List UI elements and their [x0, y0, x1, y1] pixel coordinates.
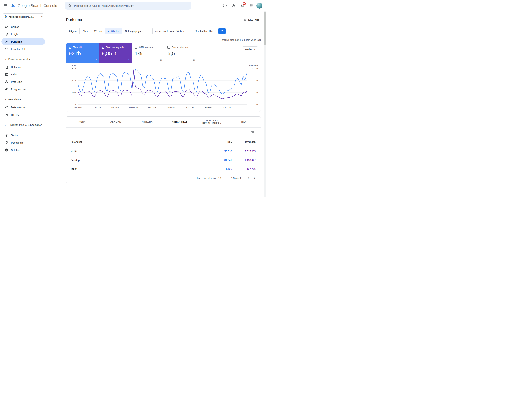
granularity-select[interactable]: Harian ▾: [243, 47, 258, 52]
sidebar-item-sekilas[interactable]: Sekilas: [1, 23, 45, 30]
help-button[interactable]: ?: [221, 2, 228, 9]
magnifier-icon: [5, 47, 8, 51]
sidebar-item-halaman[interactable]: Halaman: [1, 63, 45, 71]
sidebar-item-video[interactable]: Video: [1, 71, 45, 78]
help-icon[interactable]: ?: [160, 58, 163, 61]
date-range-control: 24 jam 7 hari 28 hari ✓ 3 bulan Selengka…: [66, 28, 146, 34]
scrollbar-track[interactable]: [264, 11, 266, 197]
sidebar-item-setelan[interactable]: Setelan: [1, 146, 45, 154]
divider: [3, 119, 47, 120]
download-icon: [243, 18, 246, 21]
property-name: https://dpk.kepriprov.g...: [9, 16, 40, 18]
sidebar-section-pengalaman[interactable]: ▾ Pengalaman: [0, 95, 47, 104]
range-24-jam[interactable]: 24 jam: [66, 28, 79, 34]
sidebar-item-performa[interactable]: Performa: [1, 38, 45, 45]
metric-label: Total klik: [73, 46, 82, 48]
sidebar-item-inspeksi-url[interactable]: Inspeksi URL: [1, 45, 45, 52]
tab-perangkat[interactable]: PERANGKAT: [163, 117, 196, 127]
table-row[interactable]: Tablet 1.136 137.766: [66, 165, 261, 173]
checkbox-checked-icon[interactable]: ✓: [69, 46, 71, 48]
tab-halaman[interactable]: HALAMAN: [99, 117, 131, 127]
chart-plot[interactable]: 07/01/2617/01/2627/01/2606/02/2616/02/26…: [78, 69, 247, 104]
tab-kueri[interactable]: KUERI: [66, 117, 99, 127]
left-axis-title: Klik: [72, 64, 76, 67]
range-selengkapnya[interactable]: Selengkapnya ▾: [122, 28, 146, 34]
clicks-cell[interactable]: 1.136: [176, 167, 232, 170]
help-icon[interactable]: ?: [95, 58, 97, 61]
range-3-bulan[interactable]: ✓ 3 bulan: [105, 28, 122, 34]
rows-per-page-value: 10: [218, 177, 221, 179]
impressions-cell[interactable]: 7.515.605: [232, 150, 256, 153]
sidebar-item-tautan[interactable]: Tautan: [1, 132, 45, 139]
question-glyph: ?: [128, 59, 129, 61]
url-inspect-searchbox[interactable]: [65, 2, 191, 10]
sidebar-item-peta-situs[interactable]: Peta Situs: [1, 78, 45, 85]
tab-tampilan-penelusuran[interactable]: TAMPILAN PENELUSURAN: [196, 117, 228, 127]
tab-hari[interactable]: HARI: [228, 117, 261, 127]
trending-up-icon: [5, 40, 8, 43]
filter-toggle-button[interactable]: [218, 28, 226, 34]
device-cell: Desktop: [70, 159, 176, 161]
sidebar-item-https[interactable]: HTTPS: [1, 111, 45, 118]
help-icon[interactable]: ?: [128, 58, 130, 61]
sidebar-section-tindakan-manual[interactable]: ▸ Tindakan Manual & Keamanan: [0, 121, 47, 129]
search-type-filter[interactable]: Jenis penelusuran: Web ▾: [152, 28, 187, 34]
sidebar-item-pencapaian[interactable]: Pencapaian: [1, 139, 45, 146]
checkbox-unchecked-icon[interactable]: [135, 46, 137, 48]
gauge-icon: [5, 106, 8, 109]
add-filter-button[interactable]: + Tambahkan filter: [189, 28, 216, 34]
sidebar-item-label: Tautan: [11, 134, 18, 137]
checkbox-checked-icon[interactable]: ✓: [102, 46, 104, 48]
column-header-perangkat[interactable]: Perangkat: [70, 140, 176, 143]
axis-tick-label: 300 rb: [247, 67, 258, 70]
metrics-spacer: [198, 43, 243, 63]
clicks-cell[interactable]: 31.341: [176, 159, 232, 161]
filter-list-icon: [251, 130, 255, 134]
range-28-hari[interactable]: 28 hari: [91, 28, 105, 34]
column-label: Klik: [228, 141, 232, 143]
app-logo[interactable]: Google Search Console: [11, 3, 57, 8]
range-label: 7 hari: [82, 30, 89, 32]
table-row[interactable]: Mobile 59.510 7.515.605: [66, 147, 261, 156]
scrollbar-thumb[interactable]: [264, 12, 266, 45]
range-7-hari[interactable]: 7 hari: [79, 28, 91, 34]
pagination-range: 1-3 dari 3: [231, 177, 241, 179]
search-icon: [68, 4, 72, 7]
checkbox-unchecked-icon[interactable]: [167, 46, 170, 48]
metric-card-posisi[interactable]: Posisi rata-rata 5,5 ?: [165, 43, 198, 63]
impressions-cell[interactable]: 137.766: [232, 167, 256, 170]
link-icon: [5, 134, 8, 137]
metric-card-ctr[interactable]: CTR rata-rata 1% ?: [132, 43, 165, 63]
metric-value: 92 rb: [69, 50, 97, 57]
sidebar-section-penyusunan-indeks[interactable]: ▾ Penyusunan indeks: [0, 55, 47, 63]
metric-card-total-klik[interactable]: ✓ Total klik 92 rb ?: [66, 43, 99, 63]
tab-negara[interactable]: NEGARA: [131, 117, 163, 127]
sidebar-item-data-web-inti[interactable]: Data Web Inti: [1, 104, 45, 111]
avatar[interactable]: [256, 3, 262, 9]
export-button[interactable]: EKSPOR: [241, 16, 261, 23]
sidebar-item-label: Setelan: [11, 149, 19, 151]
impressions-cell[interactable]: 1.198.427: [232, 159, 256, 161]
url-inspect-input[interactable]: [74, 4, 188, 7]
table-row[interactable]: Desktop 31.341 1.198.427: [66, 156, 261, 165]
sidebar-item-label: Penghapusan: [11, 88, 26, 91]
metric-card-total-tayangan[interactable]: ✓ Total tayangan ikl... 8,85 jt ?: [99, 43, 132, 63]
sidebar-item-label: Performa: [11, 40, 22, 43]
previous-page-button[interactable]: ‹: [245, 175, 251, 181]
filter-bar: 24 jam 7 hari 28 hari ✓ 3 bulan Selengka…: [66, 28, 261, 34]
notifications-button[interactable]: 86: [239, 2, 246, 9]
property-selector[interactable]: https://dpk.kepriprov.g... ▾: [2, 13, 44, 20]
manage-users-button[interactable]: [230, 2, 237, 9]
help-icon[interactable]: ?: [193, 58, 196, 61]
sidebar-item-penghapusan[interactable]: Penghapusan: [1, 86, 45, 93]
sidebar-item-insight[interactable]: Insight: [1, 31, 45, 38]
apps-grid-button[interactable]: [248, 2, 255, 9]
clicks-cell[interactable]: 59.510: [176, 150, 232, 153]
column-header-tayangan[interactable]: Tayangan: [232, 140, 256, 143]
question-glyph: ?: [194, 59, 195, 61]
column-header-klik[interactable]: ↓Klik: [176, 140, 232, 143]
table-filter-button[interactable]: [250, 129, 256, 135]
next-page-button[interactable]: ›: [251, 175, 257, 181]
menu-icon[interactable]: [2, 2, 9, 9]
rows-per-page-select[interactable]: 10 ▾: [218, 177, 225, 180]
